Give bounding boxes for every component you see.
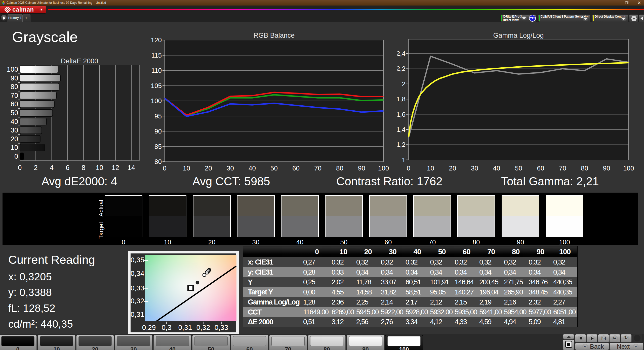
svg-text:70: 70: [314, 164, 321, 172]
svg-text:1,6: 1,6: [397, 111, 406, 118]
svg-text:60: 60: [11, 100, 18, 108]
svg-text:60: 60: [292, 164, 300, 172]
svg-text:80: 80: [11, 83, 18, 91]
svg-text:12: 12: [112, 164, 119, 171]
svg-text:2: 2: [34, 164, 38, 171]
svg-text:80: 80: [336, 164, 343, 172]
svg-text:4: 4: [50, 164, 54, 171]
svg-text:90: 90: [154, 127, 162, 135]
svg-text:10: 10: [427, 164, 434, 172]
svg-text:10: 10: [96, 164, 103, 171]
svg-text:80: 80: [581, 164, 588, 172]
svg-text:115: 115: [151, 52, 162, 59]
svg-text:100: 100: [378, 164, 389, 172]
svg-text:8: 8: [82, 164, 86, 171]
svg-text:2,2: 2,2: [397, 65, 406, 72]
svg-text:110: 110: [151, 67, 162, 74]
svg-text:0: 0: [18, 164, 22, 171]
svg-text:50: 50: [11, 109, 18, 117]
svg-text:105: 105: [151, 82, 162, 90]
svg-text:0: 0: [163, 164, 166, 172]
svg-text:1: 1: [402, 156, 406, 164]
svg-text:60: 60: [537, 164, 544, 172]
svg-text:40: 40: [11, 118, 18, 125]
svg-text:95: 95: [154, 112, 162, 120]
svg-text:100: 100: [7, 66, 18, 73]
svg-text:1,8: 1,8: [397, 95, 406, 103]
svg-text:0: 0: [407, 164, 410, 172]
svg-text:85: 85: [154, 143, 162, 150]
svg-text:0: 0: [14, 153, 18, 160]
svg-text:30: 30: [471, 164, 478, 172]
svg-text:100: 100: [623, 164, 634, 172]
svg-text:20: 20: [11, 135, 18, 143]
svg-text:Gamma Log/Log: Gamma Log/Log: [493, 32, 544, 39]
svg-text:80: 80: [154, 158, 162, 165]
svg-text:6: 6: [66, 164, 69, 171]
svg-text:50: 50: [515, 164, 522, 172]
svg-text:90: 90: [11, 74, 18, 82]
svg-text:90: 90: [603, 164, 610, 172]
svg-text:20: 20: [449, 164, 456, 172]
svg-text:1,4: 1,4: [397, 126, 406, 133]
svg-text:14: 14: [128, 164, 135, 171]
svg-text:100: 100: [151, 97, 162, 105]
svg-text:70: 70: [559, 164, 566, 172]
svg-text:1,2: 1,2: [397, 141, 406, 148]
svg-text:40: 40: [249, 164, 256, 172]
svg-text:30: 30: [227, 164, 234, 172]
svg-text:2: 2: [402, 80, 406, 88]
svg-text:10: 10: [183, 164, 190, 172]
svg-text:70: 70: [11, 92, 18, 99]
svg-text:10: 10: [11, 144, 18, 151]
svg-text:40: 40: [493, 164, 500, 172]
svg-text:20: 20: [205, 164, 212, 172]
svg-text:2,4: 2,4: [397, 50, 406, 57]
svg-text:90: 90: [358, 164, 365, 172]
svg-text:DeltaE 2000: DeltaE 2000: [61, 58, 98, 65]
svg-text:120: 120: [151, 36, 162, 44]
svg-text:50: 50: [270, 164, 278, 172]
svg-text:RGB Balance: RGB Balance: [254, 32, 295, 39]
svg-text:30: 30: [11, 126, 18, 134]
